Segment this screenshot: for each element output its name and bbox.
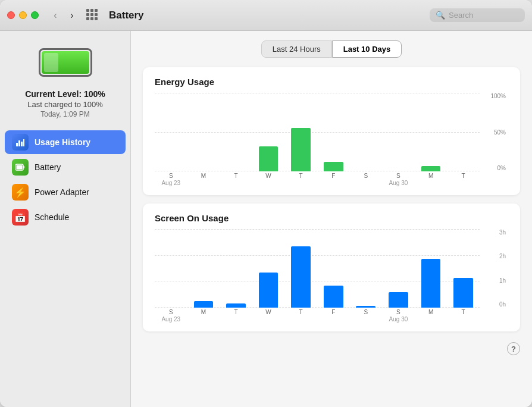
bar-7: [389, 292, 408, 308]
bar-5: [324, 286, 343, 308]
x-day-4: T: [299, 173, 303, 180]
nav-buttons: ‹ ›: [48, 8, 79, 23]
x-day-5: F: [331, 173, 335, 180]
bar-8: [421, 259, 441, 308]
x-day-9: T: [462, 173, 465, 180]
x-day-2: T: [234, 309, 237, 316]
search-box[interactable]: 🔍: [430, 8, 525, 22]
x-label-group-3: W: [252, 171, 285, 188]
bar-group-1: [187, 229, 220, 308]
tab-10d[interactable]: Last 10 Days: [332, 40, 402, 58]
energy-usage-title: Energy Usage: [155, 77, 508, 87]
bar-4: [291, 128, 311, 171]
x-day-4: T: [299, 309, 303, 316]
x-label-group-9: T: [447, 171, 480, 188]
x-day-3: W: [265, 309, 271, 316]
bar-group-4: [284, 93, 317, 171]
bar-2: [226, 303, 246, 308]
sidebar-item-schedule[interactable]: 📅 Schedule: [5, 205, 126, 229]
sidebar-item-usage-history[interactable]: Usage History: [5, 130, 126, 154]
energy-y-label-top: 100%: [482, 93, 508, 99]
main-content: Current Level: 100% Last charged to 100%…: [0, 31, 532, 407]
x-date-0: Aug 23: [161, 180, 180, 186]
search-input[interactable]: [449, 11, 514, 20]
grid-dot: [86, 13, 89, 16]
bar-group-9: [447, 93, 480, 171]
forward-button[interactable]: ›: [65, 8, 79, 23]
grid-dot: [95, 9, 98, 12]
screen-usage-title: Screen On Usage: [155, 213, 508, 223]
bar-group-9: [447, 229, 480, 308]
bar-group-7: [382, 229, 415, 308]
maximize-button[interactable]: [31, 11, 39, 19]
battery-body: [39, 48, 92, 77]
x-day-8: M: [428, 173, 433, 180]
energy-x-axis: SAug 23MTWTFSSAug 30MT: [155, 171, 480, 188]
tab-24h[interactable]: Last 24 Hours: [261, 40, 332, 58]
traffic-lights: [7, 11, 39, 19]
x-day-9: T: [462, 309, 465, 316]
grid-dot: [86, 9, 89, 12]
search-icon: 🔍: [436, 11, 445, 20]
x-day-6: S: [364, 173, 368, 180]
bar-group-1: [187, 93, 220, 171]
close-button[interactable]: [7, 11, 15, 19]
x-label-group-7: SAug 30: [382, 308, 415, 324]
svg-rect-2: [21, 142, 23, 146]
screen-x-axis: SAug 23MTWTFSSAug 30MT: [155, 308, 480, 324]
battery-shine: [44, 53, 58, 72]
x-day-7: S: [396, 309, 400, 316]
x-label-group-2: T: [220, 308, 252, 324]
bar-group-6: [350, 229, 383, 308]
sidebar-item-power-adapter[interactable]: ⚡ Power Adapter: [5, 180, 126, 204]
battery-tip: [92, 57, 92, 68]
bar-group-2: [220, 229, 252, 308]
x-label-group-2: T: [220, 171, 252, 188]
x-day-0: S: [169, 309, 173, 316]
titlebar: ‹ › Battery 🔍: [0, 0, 532, 31]
x-label-group-5: F: [317, 308, 350, 324]
bar-group-8: [415, 93, 447, 171]
sidebar-item-power-adapter-label: Power Adapter: [35, 187, 89, 197]
x-day-6: S: [364, 309, 368, 316]
x-label-group-1: M: [187, 171, 220, 188]
sidebar-item-usage-history-label: Usage History: [35, 137, 90, 147]
minimize-button[interactable]: [19, 11, 27, 19]
sidebar-item-battery-label: Battery: [35, 162, 61, 172]
battery-fill: [42, 51, 89, 74]
sidebar-nav: Usage History Battery ⚡ Power Adapter 📅 …: [0, 130, 130, 230]
screen-usage-card: Screen On Usage 3h 2h 1h 0h: [143, 204, 520, 331]
energy-y-label-bot: 0%: [482, 165, 508, 171]
bar-group-5: [317, 229, 350, 308]
x-day-0: S: [169, 173, 173, 180]
battery-charged-text: Last charged to 100%: [25, 100, 105, 109]
energy-usage-chart: 100% 50% 0% SAug 23MTWTFSSAug 30MT: [155, 93, 508, 188]
x-date-0: Aug 23: [161, 316, 180, 323]
energy-chart-bars: [155, 93, 480, 171]
screen-y-axis: 3h 2h 1h 0h: [482, 229, 508, 308]
sidebar: Current Level: 100% Last charged to 100%…: [0, 31, 131, 407]
sidebar-item-battery[interactable]: Battery: [5, 155, 126, 179]
back-button[interactable]: ‹: [48, 8, 62, 23]
screen-chart-bars: [155, 229, 480, 308]
help-button[interactable]: ?: [507, 342, 520, 355]
x-day-3: W: [265, 173, 271, 180]
app-grid-button[interactable]: [86, 9, 99, 22]
x-date-7: Aug 30: [389, 316, 408, 323]
bar-group-8: [415, 229, 447, 308]
screen-usage-chart: 3h 2h 1h 0h SAug 23MTWTFSSAug 30MT: [155, 229, 508, 324]
x-label-group-9: T: [447, 308, 480, 324]
x-day-5: F: [331, 309, 335, 316]
x-label-group-4: T: [284, 308, 317, 324]
schedule-icon: 📅: [12, 209, 29, 226]
battery-time-text: Today, 1:09 PM: [25, 110, 105, 118]
battery-info: Current Level: 100% Last charged to 100%…: [25, 89, 105, 118]
x-day-1: M: [201, 173, 206, 180]
grid-dot: [90, 13, 93, 16]
x-label-group-5: F: [317, 171, 350, 188]
x-label-group-7: SAug 30: [382, 171, 415, 188]
bar-group-0: [155, 229, 187, 308]
x-label-group-1: M: [187, 308, 220, 324]
help-button-container: ?: [143, 340, 520, 355]
bar-group-2: [220, 93, 252, 171]
